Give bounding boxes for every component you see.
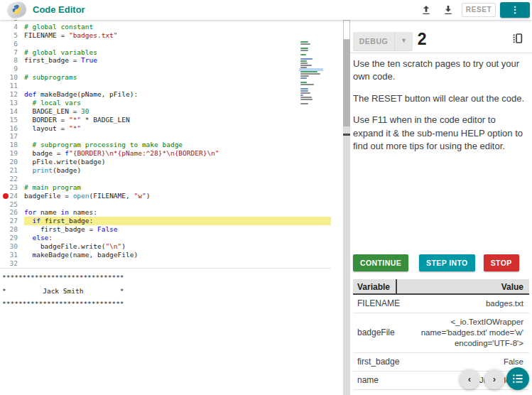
code-line[interactable]: 26for name in names:: [0, 208, 331, 217]
code-line[interactable]: 11: [0, 82, 331, 90]
line-number[interactable]: 9: [0, 65, 24, 73]
line-number[interactable]: 16: [0, 124, 24, 133]
line-number[interactable]: 25: [0, 200, 24, 209]
line-number[interactable]: 27: [0, 217, 24, 225]
breakpoint-icon[interactable]: [3, 193, 9, 199]
code-line[interactable]: 21 print(badge): [0, 166, 331, 175]
code-line[interactable]: 10# subprograms: [0, 73, 331, 82]
variable-name: first_badge: [353, 353, 397, 370]
reader-panel-toggle-icon[interactable]: [512, 33, 523, 44]
code-line[interactable]: 9: [0, 65, 331, 73]
line-number[interactable]: 28: [0, 225, 24, 234]
code-line[interactable]: 20 pFile.write(badge): [0, 158, 331, 166]
menu-kebab-button[interactable]: ⋮: [500, 2, 530, 18]
line-number[interactable]: 8: [0, 56, 24, 65]
minimap-line: [300, 54, 306, 55]
line-number[interactable]: 14: [0, 107, 24, 116]
line-number[interactable]: 13: [0, 99, 24, 107]
variable-row: names['Jack Smith', 'Julie Bloggs', 'Mar…: [353, 390, 529, 395]
code-line[interactable]: 27 if first_badge:: [0, 217, 331, 225]
panel-splitter[interactable]: [343, 20, 350, 395]
code-line[interactable]: 6: [0, 40, 331, 48]
line-number[interactable]: 30: [0, 242, 24, 251]
scrollbar-thumb[interactable]: [343, 40, 350, 126]
line-number[interactable]: 33: [0, 268, 24, 269]
code-line[interactable]: 16 layout = "*": [0, 124, 331, 133]
code-line[interactable]: 30 badgeFile.write("\n"): [0, 242, 331, 251]
code-line[interactable]: 8first_badge = True: [0, 56, 331, 65]
line-number[interactable]: 23: [0, 183, 24, 192]
code-line[interactable]: 24badgeFile = open(FILENAME, "w"): [0, 192, 331, 200]
download-icon[interactable]: [443, 4, 454, 16]
app-title: Code Editor: [33, 0, 85, 20]
code-line[interactable]: 32: [0, 259, 331, 268]
debug-button[interactable]: DEBUG ▼: [353, 32, 413, 50]
minimap-highlight-band: [299, 68, 323, 71]
continue-button[interactable]: CONTINUE: [353, 254, 408, 271]
code-text: [24, 175, 331, 183]
line-number[interactable]: 10: [0, 73, 24, 82]
value-column-header: Value: [397, 279, 529, 293]
code-line[interactable]: 33badgeFile.close(): [0, 268, 331, 269]
variable-name: name: [353, 372, 397, 389]
line-number[interactable]: 29: [0, 234, 24, 242]
code-line[interactable]: 18 # subprogram processing to make badge: [0, 141, 331, 149]
code-editor[interactable]: 34# global constant5FILENAME = "badges.t…: [0, 20, 331, 269]
line-number[interactable]: 4: [0, 23, 24, 31]
minimap-line: [300, 90, 308, 92]
line-number[interactable]: 19: [0, 149, 24, 158]
line-number[interactable]: 20: [0, 158, 24, 166]
code-line[interactable]: 25: [0, 200, 331, 209]
code-line[interactable]: 17: [0, 132, 331, 141]
code-text: makeBadge(name, badgeFile): [24, 251, 331, 259]
scrollbar-cap[interactable]: [343, 20, 350, 40]
current-execution-line: if first_badge:: [24, 217, 331, 225]
code-line[interactable]: 5FILENAME = "badges.txt": [0, 31, 331, 40]
minimap-line: [300, 94, 303, 96]
line-number[interactable]: 7: [0, 48, 24, 57]
debug-controls: CONTINUE STEP INTO STOP: [353, 254, 519, 271]
minimap-line: [300, 50, 308, 51]
code-text: pFile.write(badge): [24, 158, 331, 166]
upload-icon[interactable]: [420, 4, 432, 16]
line-number[interactable]: 11: [0, 82, 24, 90]
page-list-button[interactable]: [506, 367, 529, 390]
code-line[interactable]: 19 badge = f"{BORDER}\n*{pName:^28}*\n{B…: [0, 149, 331, 158]
line-number[interactable]: 31: [0, 251, 24, 259]
line-number[interactable]: 6: [0, 40, 24, 48]
splitter-handle[interactable]: [343, 134, 350, 136]
code-line[interactable]: 31 makeBadge(name, badgeFile): [0, 251, 331, 259]
line-number[interactable]: 18: [0, 141, 24, 149]
debug-button-label[interactable]: DEBUG: [353, 32, 394, 50]
code-text: BADGE_LEN = 30: [24, 107, 331, 116]
line-number[interactable]: 17: [0, 132, 24, 141]
code-text: [24, 200, 331, 209]
code-line[interactable]: 7# global variables: [0, 48, 331, 57]
code-text: else:: [24, 234, 331, 242]
code-line[interactable]: 12def makeBadge(pName, pFile):: [0, 90, 331, 99]
line-number[interactable]: 21: [0, 166, 24, 175]
code-line[interactable]: 15 BORDER = "*" * BADGE_LEN: [0, 116, 331, 124]
line-number[interactable]: 12: [0, 90, 24, 99]
code-line[interactable]: 4# global constant: [0, 23, 331, 31]
step-into-button[interactable]: STEP INTO: [419, 254, 475, 271]
minimap[interactable]: [300, 41, 322, 109]
prev-page-button[interactable]: ‹: [460, 369, 479, 389]
code-line[interactable]: 29 else:: [0, 234, 331, 242]
line-number[interactable]: 5: [0, 31, 24, 40]
code-text: # local vars: [24, 99, 331, 107]
code-line[interactable]: 28 first_badge = False: [0, 225, 331, 234]
reset-button[interactable]: RESET: [462, 3, 496, 17]
line-number[interactable]: 22: [0, 175, 24, 183]
code-line[interactable]: 14 BADGE_LEN = 30: [0, 107, 331, 116]
line-number[interactable]: 15: [0, 116, 24, 124]
minimap-line: [300, 60, 307, 62]
code-line[interactable]: 22: [0, 175, 331, 183]
line-number[interactable]: 32: [0, 259, 24, 268]
stop-button[interactable]: STOP: [484, 254, 519, 271]
next-page-button[interactable]: ›: [484, 369, 504, 389]
line-number[interactable]: 26: [0, 208, 24, 217]
code-line[interactable]: 23# main program: [0, 183, 331, 192]
chevron-down-icon[interactable]: ▼: [394, 32, 413, 50]
code-line[interactable]: 13 # local vars: [0, 99, 331, 107]
